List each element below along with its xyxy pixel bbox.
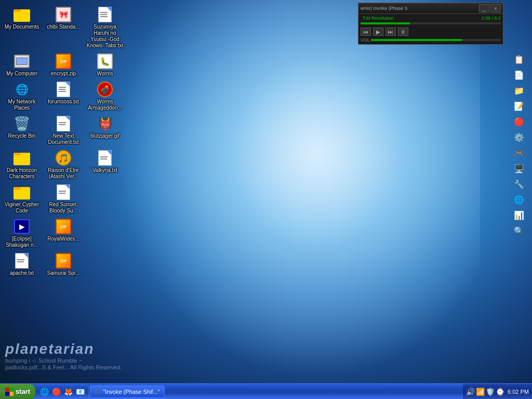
winamp-minimize[interactable]: _ — [479, 4, 489, 12]
tray-icon-1[interactable]: 🔊 — [466, 388, 475, 396]
new-text-label: New Text Document.txt — [45, 133, 82, 145]
sidebar-icon-7[interactable]: 🎮 — [511, 145, 527, 160]
icon-my-documents[interactable]: My Documents — [2, 4, 42, 51]
royalwides-zip: ZIP — [56, 219, 71, 234]
viginer-icon — [14, 184, 30, 201]
icon-red-sunset[interactable]: Red Sunset, Bloody Su... — [44, 182, 83, 216]
icon-worms[interactable]: 🐛 Worms — [85, 51, 125, 79]
icon-grid: My Documents 🎀 chibi Standa... Su — [2, 4, 117, 278]
icon-apache[interactable]: apache.txt — [2, 250, 42, 278]
taskbar[interactable]: start 🌐 🔴 🦊 📧 🎵 "Invoke (Phase Shif..." … — [0, 383, 532, 399]
sidebar-icon-12[interactable]: 🔍 — [511, 223, 527, 238]
sidebar-icon-1[interactable]: 📋 — [511, 52, 527, 66]
suzumiya-icon — [97, 6, 113, 23]
icon-my-network[interactable]: 🌐 My Network Places — [2, 79, 42, 113]
suzumiya-label: Suzumiya Haruhi no Yuutsu -God Knows- Ta… — [86, 24, 124, 49]
icon-dark-horizon[interactable]: Dark Horizon Characters — [2, 148, 42, 182]
sidebar-icon-11[interactable]: 📊 — [511, 208, 527, 222]
zip-box: ZIP — [56, 54, 71, 69]
tray-icon-4[interactable]: ⌚ — [496, 388, 504, 396]
wallpaper-bg — [116, 0, 480, 379]
valkynja-icon — [97, 150, 113, 166]
recycle-bin-label: Recycle Bin — [8, 133, 36, 139]
active-window-label: "Invoke (Phase Shif..." — [103, 389, 159, 395]
winamp-play[interactable]: ▶ — [373, 28, 383, 36]
winamp-progress-bar[interactable] — [361, 22, 501, 24]
worms-icon: 🐛 — [97, 53, 113, 70]
sidebar-icon-10[interactable]: 🌐 — [511, 192, 527, 207]
valkynja-label: Valkyrja.txt — [92, 167, 117, 174]
icon-recycle-bin[interactable]: 🗑️ Recycle Bin — [2, 113, 42, 148]
raison-icon: 🎵 — [55, 150, 72, 166]
winamp-close[interactable]: × — [490, 4, 501, 12]
icon-raison[interactable]: 🎵 Raison d'Etre (Atashi Ver... — [44, 148, 83, 182]
winamp-next[interactable]: ⏭ — [385, 28, 396, 36]
winamp-prev[interactable]: ⏮ — [361, 28, 371, 36]
samurai-zip: ZIP — [56, 253, 71, 269]
tray-icon-2[interactable]: 📶 — [476, 388, 485, 396]
winamp-titlebar[interactable]: emix) Invoke (Phase S _ × — [358, 3, 503, 14]
apache-label: apache.txt — [10, 270, 34, 276]
icon-royalwides[interactable]: ZIP RoyalWides... — [44, 216, 83, 250]
samurai-label: Samurai Spi... — [47, 270, 80, 276]
dark-horizon-label: Dark Horizon Characters — [3, 167, 41, 180]
desktop: emix) Invoke (Phase S _ × T.M Revolution… — [0, 0, 532, 399]
my-documents-icon — [14, 6, 30, 23]
icon-new-text[interactable]: New Text Document.txt — [44, 113, 83, 148]
svg-rect-3 — [14, 153, 21, 155]
blutzjager-icon: 👹 — [97, 115, 113, 132]
icon-chibi[interactable]: 🎀 chibi Standa... — [44, 4, 83, 51]
samurai-icon: ZIP — [55, 252, 72, 269]
royalwides-icon: ZIP — [55, 218, 72, 235]
worms-armageddon-label: Worms Armageddon... — [86, 99, 124, 111]
icon-valkynja[interactable]: Valkyrja.txt — [85, 148, 125, 182]
encrypt-zip-icon: ZIP — [55, 53, 72, 70]
sidebar-icon-3[interactable]: 📁 — [511, 83, 527, 98]
sidebar-icon-9[interactable]: 🔧 — [511, 177, 527, 191]
ql-firefox[interactable]: 🦊 — [63, 387, 73, 397]
chibi-icon: 🎀 — [55, 6, 72, 23]
taskbar-active-window[interactable]: 🎵 "Invoke (Phase Shif..." — [90, 385, 164, 398]
encrypt-zip-label: encrypt.zip — [51, 71, 76, 77]
tray-icon-3[interactable]: 🛡️ — [486, 388, 495, 396]
ql-icon4[interactable]: 📧 — [75, 387, 85, 397]
sidebar-icon-4[interactable]: 📝 — [511, 99, 527, 113]
start-button[interactable]: start — [0, 384, 36, 400]
blutzjager-label: blutzjager.gif — [90, 133, 119, 139]
icon-blutzjager[interactable]: 👹 blutzjager.gif — [85, 113, 125, 148]
svg-rect-1 — [14, 9, 21, 12]
my-computer-label: My Computer — [6, 71, 37, 77]
my-computer-icon — [14, 53, 30, 70]
sidebar-icon-8[interactable]: 🖥️ — [511, 161, 527, 176]
recycle-bin-icon: 🗑️ — [14, 115, 30, 132]
forumsoss-label: forumsoss.txt — [48, 99, 78, 105]
ql-icon2[interactable]: 🔴 — [51, 387, 61, 397]
dark-horizon-icon — [14, 150, 30, 166]
chibi-label: chibi Standa... — [47, 24, 79, 30]
eclipse-icon: ▶ — [14, 218, 30, 235]
icon-viginer[interactable]: Viginer Cypher Code — [2, 182, 42, 216]
ql-ie[interactable]: 🌐 — [39, 387, 49, 397]
winamp-volume[interactable]: VOL — [358, 37, 503, 44]
my-network-label: My Network Places — [3, 99, 41, 111]
icon-worms-armageddon[interactable]: 💣 Worms Armageddon... — [85, 79, 125, 113]
sidebar-icon-5[interactable]: 🔴 — [511, 114, 527, 129]
winamp-pause[interactable]: ⏸ — [398, 28, 408, 36]
winamp-player[interactable]: emix) Invoke (Phase S _ × T.M Revolution… — [358, 3, 503, 45]
winamp-track-name: T.M Revolution — [361, 16, 479, 21]
sidebar-icon-2[interactable]: 📄 — [511, 68, 527, 82]
apache-icon — [14, 252, 30, 269]
winamp-track-info: T.M Revolution 2:09 / 6:2 — [358, 14, 503, 22]
icon-suzumiya[interactable]: Suzumiya Haruhi no Yuutsu -God Knows- Ta… — [85, 4, 125, 51]
my-documents-label: My Documents — [5, 24, 39, 30]
icon-encrypt-zip[interactable]: ZIP encrypt.zip — [44, 51, 83, 79]
icon-eclipse[interactable]: ▶ [Eclipse] Shakugan n... — [2, 216, 42, 250]
icon-my-computer[interactable]: My Computer — [2, 51, 42, 79]
icon-forumsoss[interactable]: forumsoss.txt — [44, 79, 83, 113]
sidebar-icon-6[interactable]: ⚙️ — [511, 130, 527, 144]
winamp-vol-bar[interactable] — [371, 39, 501, 41]
winamp-transport[interactable]: ⏮ ▶ ⏭ ⏸ — [358, 26, 503, 37]
royalwides-label: RoyalWides... — [47, 236, 79, 242]
raison-label: Raison d'Etre (Atashi Ver... — [45, 167, 82, 180]
icon-samurai[interactable]: ZIP Samurai Spi... — [44, 250, 83, 278]
